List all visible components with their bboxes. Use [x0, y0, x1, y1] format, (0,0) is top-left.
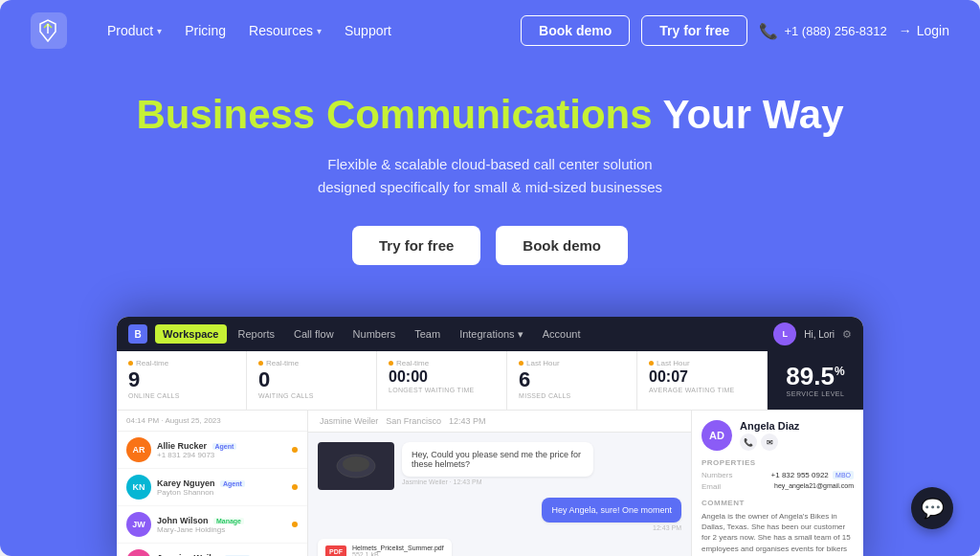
contact-avatar: AD: [702, 420, 732, 451]
hero-section: Business Communications Your Way Flexibl…: [0, 61, 980, 288]
app-main: 04:14 PM · August 25, 2023 AR Allie Ruck…: [117, 411, 863, 556]
call-avatar-1: KN: [126, 475, 151, 500]
chat-fab-icon: 💬: [921, 497, 945, 520]
pdf-icon: PDF: [325, 545, 346, 557]
properties-section: PROPERTIES Numbers +1 832 955 0922 MBO E…: [702, 458, 854, 491]
stat-longest-wait: Real-time 00:00 LONGEST WAITING TIME: [377, 351, 507, 410]
logo[interactable]: [31, 12, 67, 49]
call-avatar-3: JW: [126, 549, 151, 556]
comment-section: COMMENT Angela is the owner of Angela's …: [702, 499, 854, 556]
user-avatar: L: [773, 322, 796, 345]
call-avatar-0: AR: [126, 437, 151, 462]
app-screenshot: B Workspace Reports Call flow Numbers Te…: [117, 317, 863, 556]
try-free-hero-button[interactable]: Try for free: [352, 226, 480, 265]
stat-online-calls: Real-time 9 ONLINE CALLS: [117, 351, 247, 410]
app-nav-callflow[interactable]: Call flow: [286, 324, 342, 344]
svg-rect-0: [31, 12, 67, 49]
product-image: [318, 442, 394, 490]
app-nav-right: L Hi, Lori ⚙: [773, 322, 852, 345]
resources-chevron-icon: ▾: [317, 26, 322, 36]
stat-service-level: 89.5% SERVICE LEVEL: [768, 351, 863, 410]
call-avatar-2: JW: [126, 512, 151, 537]
app-navbar: B Workspace Reports Call flow Numbers Te…: [117, 317, 863, 351]
nav-actions: Book demo Try for free 📞 +1 (888) 256-83…: [521, 15, 949, 46]
chat-message-2: Hey Angela, sure! One moment 12:43 PM: [318, 498, 681, 531]
call-info-3: Jasmine Weiler Agent Audrey Davis: [157, 553, 286, 557]
stat-dot-2: [258, 361, 263, 366]
try-free-nav-button[interactable]: Try for free: [641, 15, 747, 46]
center-panel: Jasmine Weiler San Francisco 12:43 PM: [308, 411, 691, 556]
navbar: Product ▾ Pricing Resources ▾ Support Bo…: [0, 0, 980, 61]
stat-missed-calls: Last Hour 6 MISSED CALLS: [507, 351, 637, 410]
call-status-dot-1: [292, 484, 298, 490]
hero-title: Business Communications Your Way: [31, 92, 949, 138]
hero-subtitle: Flexible & scalable cloud-based call cen…: [31, 153, 949, 199]
right-panel: AD Angela Diaz 📞 ✉ PROPERTIES Numbe: [691, 411, 863, 556]
phone-link[interactable]: 📞 +1 (888) 256-8312: [759, 22, 886, 40]
book-demo-hero-button[interactable]: Book demo: [496, 226, 628, 265]
nav-resources[interactable]: Resources ▾: [239, 17, 331, 44]
call-info-0: Allie Rucker Agent +1 831 294 9073: [157, 441, 286, 459]
page-wrapper: Product ▾ Pricing Resources ▾ Support Bo…: [0, 0, 980, 556]
login-link[interactable]: → Login: [899, 23, 949, 38]
nav-product[interactable]: Product ▾: [98, 17, 171, 44]
chat-time: 12:43 PM: [449, 416, 486, 426]
call-list-header: 04:14 PM · August 25, 2023: [117, 411, 307, 432]
stat-dot: [128, 361, 133, 366]
stat-dot-4: [519, 361, 523, 366]
chat-location: San Francisco: [386, 416, 441, 426]
app-logo-icon: B: [128, 324, 147, 344]
contact-email-btn[interactable]: ✉: [761, 434, 778, 451]
call-list: 04:14 PM · August 25, 2023 AR Allie Ruck…: [117, 411, 308, 556]
call-item-1[interactable]: KN Karey Nguyen Agent Payton Shannon: [117, 469, 307, 506]
book-demo-button[interactable]: Book demo: [521, 15, 630, 46]
call-list-date: 04:14 PM · August 25, 2023: [126, 416, 221, 425]
app-full-content: Real-time 9 ONLINE CALLS Real-time 0 WAI…: [117, 351, 863, 556]
settings-icon[interactable]: ⚙: [842, 328, 852, 341]
call-status-dot-2: [292, 522, 298, 527]
chat-area: Hey, Could you please send me the price …: [308, 433, 691, 556]
product-chevron-icon: ▾: [157, 26, 162, 36]
chat-header: Jasmine Weiler San Francisco 12:43 PM: [308, 411, 691, 433]
stat-avg-wait: Last Hour 00:07 AVERAGE WAITING TIME: [637, 351, 768, 410]
pdf-attachment: PDF Helmets_Pricelist_Summer.pdf 552.1 k…: [318, 539, 681, 556]
call-info-2: John Wilson Manage Mary-Jane Holdings: [157, 516, 286, 534]
call-item-3[interactable]: JW Jasmine Weiler Agent Audrey Davis: [117, 544, 307, 556]
contact-header: AD Angela Diaz 📞 ✉: [702, 420, 854, 451]
app-nav-numbers[interactable]: Numbers: [345, 324, 404, 344]
prop-email: Email hey_angela21@gmail.com: [702, 482, 854, 491]
pdf-filename: Helmets_Pricelist_Summer.pdf 552.1 kB: [352, 545, 444, 556]
stats-bar: Real-time 9 ONLINE CALLS Real-time 0 WAI…: [117, 351, 863, 411]
svg-point-3: [343, 456, 369, 472]
chat-sender: Jasmine Weiler: [320, 416, 378, 426]
chat-message-1: Hey, Could you please send me the price …: [318, 442, 681, 490]
call-item-2[interactable]: JW John Wilson Manage Mary-Jane Holdings: [117, 506, 307, 544]
prop-number: Numbers +1 832 955 0922 MBO: [702, 471, 854, 479]
stat-dot-5: [649, 361, 654, 366]
stat-dot-3: [389, 361, 393, 366]
hero-buttons: Try for free Book demo: [31, 226, 949, 265]
nav-links: Product ▾ Pricing Resources ▾ Support: [98, 17, 521, 44]
app-nav-integrations[interactable]: Integrations ▾: [452, 324, 531, 345]
call-info-1: Karey Nguyen Agent Payton Shannon: [157, 478, 286, 497]
app-nav-reports[interactable]: Reports: [231, 324, 283, 344]
app-nav-account[interactable]: Account: [535, 324, 589, 344]
stat-waiting-calls: Real-time 0 WAITING CALLS: [247, 351, 377, 410]
nav-support[interactable]: Support: [335, 17, 401, 44]
phone-icon: 📞: [759, 22, 778, 40]
app-nav-workspace[interactable]: Workspace: [155, 324, 227, 344]
call-status-dot-0: [292, 447, 298, 453]
contact-phone-btn[interactable]: 📞: [740, 434, 757, 451]
nav-pricing[interactable]: Pricing: [175, 17, 235, 44]
chat-fab-button[interactable]: 💬: [911, 487, 953, 529]
contact-actions: 📞 ✉: [740, 434, 799, 451]
chat-bubble-1: Hey, Could you please send me the price …: [402, 442, 593, 485]
login-icon: →: [899, 23, 912, 38]
app-nav-team[interactable]: Team: [407, 324, 448, 344]
call-item-0[interactable]: AR Allie Rucker Agent +1 831 294 9073: [117, 432, 307, 469]
contact-name-block: Angela Diaz 📞 ✉: [740, 420, 799, 451]
